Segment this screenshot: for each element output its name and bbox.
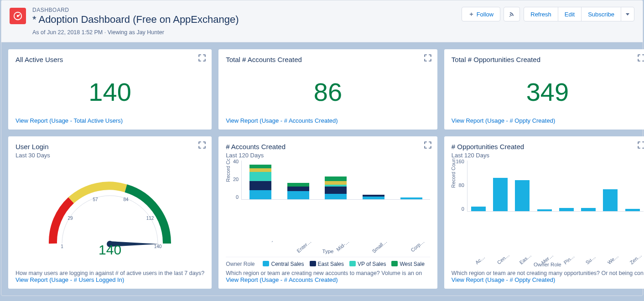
expand-icon[interactable] (637, 54, 644, 62)
card-subtitle: Last 120 Days (226, 152, 430, 159)
breadcrumb: DASHBOARD (32, 7, 239, 13)
card-description: How many users are logging in against # … (16, 270, 204, 276)
card-title: All Active Users (16, 56, 204, 63)
svg-text:140: 140 (154, 244, 162, 249)
svg-text:29: 29 (68, 216, 73, 221)
plus-icon: ＋ (468, 10, 474, 18)
y-axis-label: Record Count (452, 159, 456, 188)
chart-legend: Owner Role Central SalesEast SalesVP of … (226, 257, 430, 267)
view-report-link[interactable]: View Report (Usage - # Oppty Created) (452, 117, 644, 124)
bar (471, 207, 486, 211)
gauge-chart: 1 29 57 84 112 140 (37, 168, 183, 250)
dashboard-header: DASHBOARD * Adoption Dashboard (Free on … (1, 0, 643, 42)
stacked-bar (400, 197, 422, 199)
opps-chart: Record Count 160 80 0 Acme Par…Central S… (452, 159, 644, 267)
dashboard-grid: All Active Users 140 View Report (Usage … (1, 42, 643, 296)
view-report-link[interactable]: View Report (Usage - # Accounts Created) (226, 117, 430, 124)
bar (603, 189, 618, 211)
legend-item: Central Sales (263, 261, 304, 267)
legend-item: East Sales (310, 261, 344, 267)
card-active-users: All Active Users 140 View Report (Usage … (8, 49, 212, 130)
card-title: Total # Accounts Created (226, 56, 430, 63)
svg-point-1 (17, 16, 19, 17)
view-report-link[interactable]: View Report (Usage - # Oppty Created) (452, 276, 644, 283)
metric-value: 140 (16, 66, 204, 117)
header-actions: ＋ Follow Refresh Edit Subscribe (462, 7, 634, 21)
svg-text:1: 1 (61, 244, 63, 249)
legend-item: VP of Sales (349, 261, 386, 267)
view-report-link[interactable]: View Report (Usage - # Users Logged In) (16, 276, 204, 283)
feed-button[interactable] (504, 7, 520, 21)
bar (493, 178, 508, 211)
follow-button[interactable]: ＋ Follow (462, 7, 501, 21)
bar (515, 180, 530, 211)
svg-text:57: 57 (93, 197, 99, 202)
more-actions-button[interactable] (621, 7, 634, 21)
chevron-down-icon (626, 13, 629, 16)
view-report-link[interactable]: View Report (Usage - Total Active Users) (16, 117, 204, 124)
view-report-link[interactable]: View Report (Usage - # Accounts Created) (226, 276, 430, 283)
follow-label: Follow (477, 11, 494, 18)
card-opps-chart: # Opportunities Created Last 120 Days Re… (444, 136, 644, 289)
svg-text:84: 84 (124, 197, 129, 202)
stacked-bar (249, 165, 271, 199)
accounts-chart: Record Cou… 40 20 0 -Enter…Mid-…Small…Co… (226, 159, 430, 267)
card-accounts-created: Total # Accounts Created 86 View Report … (218, 49, 437, 130)
stacked-bar (363, 195, 384, 199)
y-axis-label: Record Cou… (226, 159, 231, 182)
card-opportunities-created: Total # Opportunities Created 349 View R… (444, 49, 644, 130)
rss-icon (509, 11, 515, 17)
bar (625, 209, 640, 211)
card-title: User Login (16, 143, 204, 150)
expand-icon[interactable] (198, 141, 206, 149)
metric-value: 349 (452, 66, 644, 117)
card-description: Which region or team are not creating ma… (452, 270, 644, 276)
dashboard-meta: As of Jun 22, 2018 1:52 PM · Viewing as … (32, 29, 239, 36)
stacked-bar (325, 176, 347, 199)
expand-icon[interactable] (198, 54, 206, 62)
svg-text:112: 112 (146, 216, 154, 221)
metric-value: 86 (226, 66, 430, 117)
card-title: Total # Opportunities Created (452, 56, 644, 63)
bar (581, 208, 596, 211)
card-subtitle: Last 120 Days (452, 152, 644, 159)
dashboard-icon (10, 8, 26, 24)
card-title: # Opportunities Created (452, 143, 644, 150)
stacked-bar (287, 183, 309, 199)
refresh-button[interactable]: Refresh (524, 7, 558, 21)
expand-icon[interactable] (424, 141, 432, 149)
card-description: Which region or team are creating new ac… (226, 270, 430, 276)
card-accounts-chart: # Accounts Created Last 120 Days Record … (218, 136, 437, 289)
card-user-login: User Login Last 30 Days 1 29 57 (8, 136, 212, 289)
card-title: # Accounts Created (226, 143, 430, 150)
card-subtitle: Last 30 Days (16, 152, 204, 159)
legend-item: West Sale (391, 261, 424, 267)
expand-icon[interactable] (637, 141, 644, 149)
edit-button[interactable]: Edit (558, 7, 582, 21)
bar (559, 208, 574, 211)
gauge-value: 140 (99, 242, 121, 258)
page-title: * Adoption Dashboard (Free on AppExchang… (32, 14, 239, 26)
subscribe-button[interactable]: Subscribe (581, 7, 621, 21)
expand-icon[interactable] (424, 54, 432, 62)
bar (537, 209, 552, 211)
